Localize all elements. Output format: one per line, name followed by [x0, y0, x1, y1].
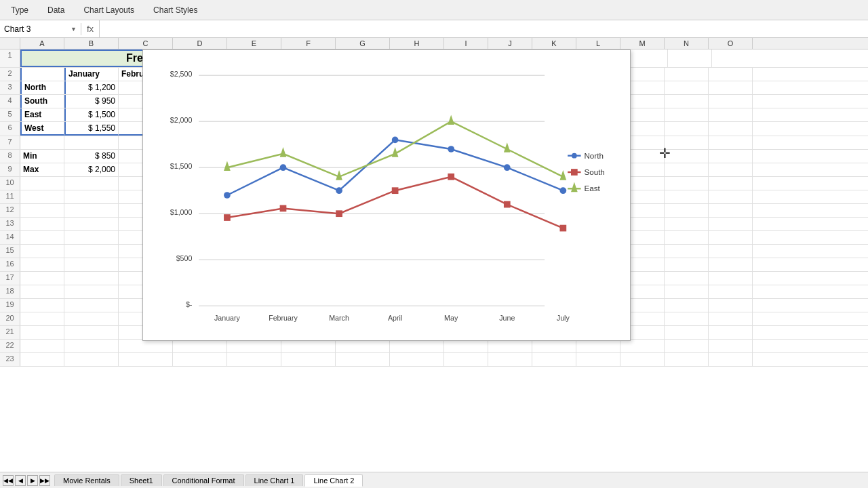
cell-l22[interactable] — [576, 340, 620, 352]
cell-a22[interactable] — [20, 340, 64, 352]
cell-k23[interactable] — [532, 353, 576, 366]
cell-a23[interactable] — [20, 353, 64, 366]
cell-b8[interactable]: $ 850 — [64, 150, 119, 163]
col-header-o[interactable]: O — [709, 38, 753, 49]
cell-o9[interactable] — [709, 163, 753, 176]
cell-a18[interactable] — [20, 285, 64, 298]
cell-a2[interactable] — [20, 68, 64, 81]
cell-n19[interactable] — [665, 299, 709, 312]
cell-n9[interactable] — [665, 163, 709, 176]
cell-b16[interactable] — [64, 258, 119, 271]
cell-n7[interactable] — [665, 136, 709, 149]
col-header-h[interactable]: H — [390, 38, 444, 49]
cell-o1[interactable] — [668, 49, 712, 67]
cell-b15[interactable] — [64, 245, 119, 258]
cell-n10[interactable] — [665, 177, 709, 190]
cell-o17[interactable] — [709, 272, 753, 285]
toolbar-chart-layouts[interactable]: Chart Layouts — [75, 5, 142, 15]
cell-a4[interactable]: South — [20, 95, 64, 108]
cell-n22[interactable] — [665, 340, 709, 352]
cell-o19[interactable] — [709, 299, 753, 312]
cell-n20[interactable] — [665, 312, 709, 325]
cell-b7[interactable] — [64, 136, 119, 149]
cell-b14[interactable] — [64, 231, 119, 244]
cell-n21[interactable] — [665, 326, 709, 339]
cell-c22[interactable] — [119, 340, 173, 352]
cell-b10[interactable] — [64, 177, 119, 190]
cell-o11[interactable] — [709, 190, 753, 203]
cell-a11[interactable] — [20, 190, 64, 203]
cell-n11[interactable] — [665, 190, 709, 203]
col-header-b[interactable]: B — [64, 38, 119, 49]
cell-b13[interactable] — [64, 218, 119, 230]
col-header-k[interactable]: K — [532, 38, 576, 49]
cell-n12[interactable] — [665, 204, 709, 217]
cell-a8[interactable]: Min — [20, 150, 64, 163]
cell-o20[interactable] — [709, 312, 753, 325]
col-header-i[interactable]: I — [444, 38, 488, 49]
cell-g23[interactable] — [336, 353, 390, 366]
col-header-d[interactable]: D — [173, 38, 227, 49]
cell-b4[interactable]: $ 950 — [64, 95, 119, 108]
cell-n2[interactable] — [665, 68, 709, 81]
cell-o2[interactable] — [709, 68, 753, 81]
cell-b22[interactable] — [64, 340, 119, 352]
cell-j23[interactable] — [488, 353, 532, 366]
col-header-j[interactable]: J — [488, 38, 532, 49]
chart-overlay[interactable]: $2,500 $2,000 $1,500 $1,000 $500 $- Janu… — [142, 49, 631, 341]
toolbar-type[interactable]: Type — [3, 5, 37, 15]
cell-m23[interactable] — [620, 353, 665, 366]
cell-b18[interactable] — [64, 285, 119, 298]
cell-b12[interactable] — [64, 204, 119, 217]
cell-c23[interactable] — [119, 353, 173, 366]
cell-a21[interactable] — [20, 326, 64, 339]
cell-n17[interactable] — [665, 272, 709, 285]
cell-n18[interactable] — [665, 285, 709, 298]
cell-m22[interactable] — [620, 340, 665, 352]
cell-n5[interactable] — [665, 108, 709, 121]
cell-h22[interactable] — [390, 340, 444, 352]
cell-d22[interactable] — [173, 340, 227, 352]
cell-b11[interactable] — [64, 190, 119, 203]
cell-n14[interactable] — [665, 231, 709, 244]
cell-j22[interactable] — [488, 340, 532, 352]
cell-n15[interactable] — [665, 245, 709, 258]
cell-o21[interactable] — [709, 326, 753, 339]
cell-n23[interactable] — [665, 353, 709, 366]
cell-b23[interactable] — [64, 353, 119, 366]
cell-o22[interactable] — [709, 340, 753, 352]
cell-n13[interactable] — [665, 218, 709, 230]
cell-i23[interactable] — [444, 353, 488, 366]
cell-l23[interactable] — [576, 353, 620, 366]
cell-n3[interactable] — [665, 81, 709, 94]
cell-b6[interactable]: $ 1,550 — [64, 122, 119, 136]
cell-a10[interactable] — [20, 177, 64, 190]
cell-a9[interactable]: Max — [20, 163, 64, 176]
cell-b21[interactable] — [64, 326, 119, 339]
col-header-m[interactable]: M — [620, 38, 665, 49]
cell-o23[interactable] — [709, 353, 753, 366]
cell-a19[interactable] — [20, 299, 64, 312]
cell-a13[interactable] — [20, 218, 64, 230]
cell-a16[interactable] — [20, 258, 64, 271]
formula-input[interactable] — [100, 23, 868, 35]
cell-o6[interactable] — [709, 122, 753, 136]
cell-g22[interactable] — [336, 340, 390, 352]
cell-a6[interactable]: West — [20, 122, 64, 136]
cell-a7[interactable] — [20, 136, 64, 149]
cell-o13[interactable] — [709, 218, 753, 230]
cell-a3[interactable]: North — [20, 81, 64, 94]
cell-n4[interactable] — [665, 95, 709, 108]
cell-o14[interactable] — [709, 231, 753, 244]
cell-a17[interactable] — [20, 272, 64, 285]
cell-k22[interactable] — [532, 340, 576, 352]
name-box[interactable]: Chart 3 ▼ — [0, 23, 81, 35]
cell-n16[interactable] — [665, 258, 709, 271]
cell-b20[interactable] — [64, 312, 119, 325]
toolbar-data[interactable]: Data — [39, 5, 73, 15]
cell-o8[interactable] — [709, 150, 753, 163]
cell-a12[interactable] — [20, 204, 64, 217]
cell-d23[interactable] — [173, 353, 227, 366]
cell-o18[interactable] — [709, 285, 753, 298]
cell-i22[interactable] — [444, 340, 488, 352]
